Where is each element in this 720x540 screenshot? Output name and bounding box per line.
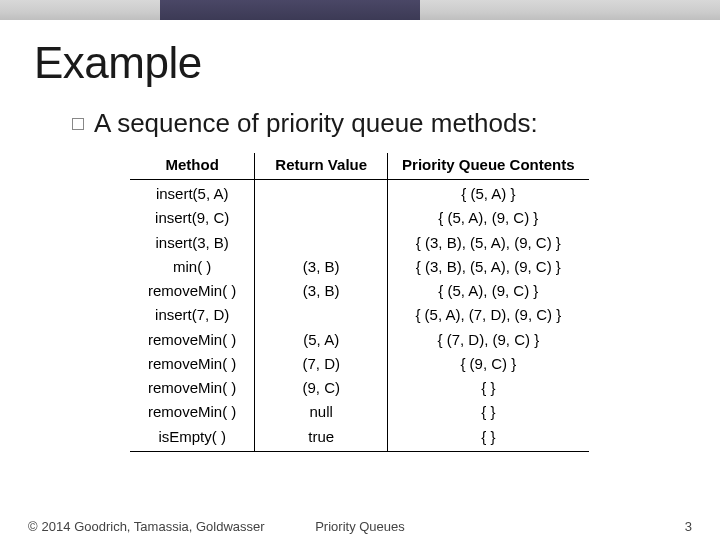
cell-return-value: (9, C): [255, 376, 388, 400]
cell-method: min( ): [130, 255, 255, 279]
cell-return-value: (3, B): [255, 255, 388, 279]
cell-contents: { (7, D), (9, C) }: [388, 328, 589, 352]
cell-contents: { (3, B), (5, A), (9, C) }: [388, 231, 589, 255]
cell-method: isEmpty( ): [130, 425, 255, 452]
cell-contents: { }: [388, 376, 589, 400]
cell-method: removeMin( ): [130, 352, 255, 376]
cell-method: insert(9, C): [130, 206, 255, 230]
bullet-text: A sequence of priority queue methods:: [94, 108, 538, 139]
cell-return-value: (5, A): [255, 328, 388, 352]
cell-contents: { (9, C) }: [388, 352, 589, 376]
cell-method: removeMin( ): [130, 328, 255, 352]
footer-center-text: Priority Queues: [0, 519, 720, 534]
table-container: Method Return Value Priority Queue Conte…: [130, 153, 686, 452]
cell-method: insert(7, D): [130, 303, 255, 327]
table-header-row: Method Return Value Priority Queue Conte…: [130, 153, 589, 180]
table-row: min( )(3, B){ (3, B), (5, A), (9, C) }: [130, 255, 589, 279]
table-row: removeMin( )null{ }: [130, 400, 589, 424]
cell-contents: { }: [388, 425, 589, 452]
col-method: Method: [130, 153, 255, 180]
cell-method: removeMin( ): [130, 400, 255, 424]
page-number: 3: [685, 519, 692, 534]
table-row: insert(5, A){ (5, A) }: [130, 180, 589, 207]
methods-table: Method Return Value Priority Queue Conte…: [130, 153, 589, 452]
cell-contents: { (5, A), (9, C) }: [388, 206, 589, 230]
cell-method: insert(5, A): [130, 180, 255, 207]
square-bullet-icon: [72, 118, 84, 130]
bullet-item: A sequence of priority queue methods:: [72, 108, 686, 139]
cell-return-value: (3, B): [255, 279, 388, 303]
cell-return-value: (7, D): [255, 352, 388, 376]
cell-contents: { }: [388, 400, 589, 424]
cell-return-value: [255, 206, 388, 230]
col-pq-contents: Priority Queue Contents: [388, 153, 589, 180]
cell-method: removeMin( ): [130, 376, 255, 400]
cell-return-value: [255, 180, 388, 207]
cell-contents: { (5, A) }: [388, 180, 589, 207]
slide: Example A sequence of priority queue met…: [0, 20, 720, 540]
cell-method: removeMin( ): [130, 279, 255, 303]
table-row: removeMin( )(5, A){ (7, D), (9, C) }: [130, 328, 589, 352]
slide-title: Example: [34, 38, 686, 88]
cell-contents: { (5, A), (9, C) }: [388, 279, 589, 303]
cell-return-value: [255, 231, 388, 255]
table-row: removeMin( )(3, B){ (5, A), (9, C) }: [130, 279, 589, 303]
table-row: insert(9, C){ (5, A), (9, C) }: [130, 206, 589, 230]
cell-contents: { (3, B), (5, A), (9, C) }: [388, 255, 589, 279]
top-bar-active-segment: [160, 0, 420, 20]
col-return-value: Return Value: [255, 153, 388, 180]
cell-return-value: [255, 303, 388, 327]
table-row: insert(7, D){ (5, A), (7, D), (9, C) }: [130, 303, 589, 327]
cell-method: insert(3, B): [130, 231, 255, 255]
table-row: removeMin( )(7, D){ (9, C) }: [130, 352, 589, 376]
table-row: isEmpty( )true{ }: [130, 425, 589, 452]
cell-return-value: null: [255, 400, 388, 424]
table-row: insert(3, B){ (3, B), (5, A), (9, C) }: [130, 231, 589, 255]
cell-return-value: true: [255, 425, 388, 452]
table-row: removeMin( )(9, C){ }: [130, 376, 589, 400]
cell-contents: { (5, A), (7, D), (9, C) }: [388, 303, 589, 327]
